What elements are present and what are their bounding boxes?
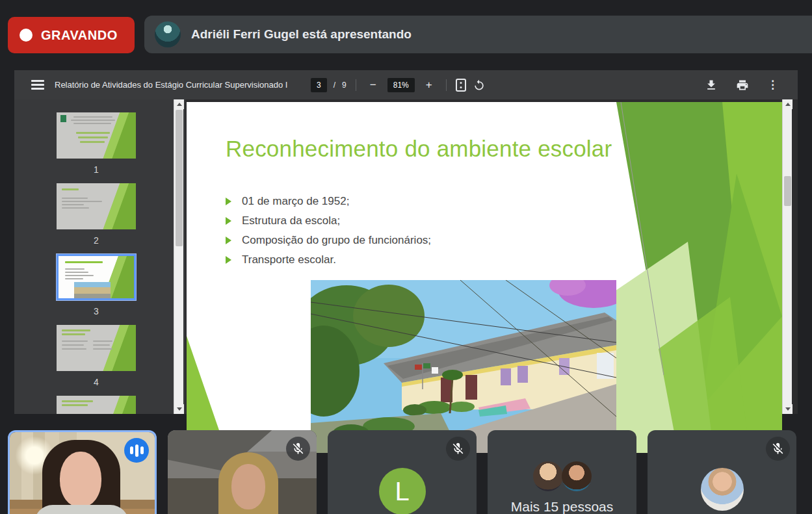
participant-tile-overflow[interactable]: Mais 15 pessoas — [488, 430, 636, 514]
bullet-arrow-icon — [226, 198, 231, 205]
slide-bullet-list: 01 de março de 1952; Estrutura da escola… — [226, 192, 431, 270]
thumbnail-page-4[interactable]: 4 — [57, 325, 136, 387]
toolbar-right-actions: ⋮ — [705, 78, 778, 92]
shared-screen-pdf-viewer: Relatório de Atividades do Estágio Curri… — [14, 70, 798, 414]
recording-badge: GRAVANDO — [8, 17, 135, 53]
bullet-item: 01 de março de 1952; — [226, 192, 431, 211]
thumbnail-page-number: 2 — [94, 235, 99, 246]
page-scrollbar[interactable] — [782, 99, 792, 414]
avatar — [533, 461, 563, 491]
scroll-up-icon[interactable] — [783, 99, 792, 109]
fit-to-page-icon[interactable] — [456, 79, 466, 92]
zoom-out-button[interactable]: − — [365, 77, 381, 93]
toolbar-divider — [356, 79, 356, 91]
avatar — [562, 461, 592, 491]
scroll-up-icon[interactable] — [174, 99, 184, 109]
bullet-arrow-icon — [226, 256, 231, 264]
speaking-indicator-icon — [124, 438, 149, 463]
bullet-arrow-icon — [226, 217, 231, 225]
scrollbar-thumb[interactable] — [176, 110, 183, 246]
presenter-avatar — [155, 21, 181, 47]
pdf-page-area: Reconhecimento do ambiente escolar 01 de… — [185, 99, 798, 414]
thumbnail-sidebar: 1 2 — [14, 99, 185, 414]
thumbnail-page-number: 1 — [94, 164, 99, 175]
bullet-text: Composição do grupo de funcionários; — [242, 234, 431, 247]
download-icon[interactable] — [705, 79, 718, 92]
total-pages: 9 — [342, 81, 347, 90]
presenting-banner: Adriéli Ferri Gugel está apresentando — [144, 16, 812, 53]
page-zoom-controls: 3 / 9 − 81% + — [311, 77, 486, 93]
toolbar-divider — [446, 79, 447, 91]
thumbnail-image — [57, 325, 136, 371]
bullet-text: Transporte escolar. — [242, 253, 336, 266]
mic-off-icon — [766, 437, 790, 461]
bullet-item: Estrutura da escola; — [226, 211, 431, 231]
print-icon[interactable] — [736, 79, 749, 92]
participant-tile[interactable] — [648, 430, 796, 514]
more-people-label: Mais 15 pessoas — [488, 499, 636, 514]
presenting-text: Adriéli Ferri Gugel está apresentando — [191, 27, 412, 42]
participant-tile[interactable] — [168, 430, 317, 514]
bullet-text: Estrutura da escola; — [242, 214, 340, 227]
thumbnail-image — [57, 183, 136, 229]
bullet-item: Transporte escolar. — [226, 250, 431, 270]
pdf-viewer-body: 1 2 — [14, 99, 798, 414]
rotate-icon[interactable] — [473, 79, 486, 92]
recording-label: GRAVANDO — [41, 28, 118, 43]
scrollbar-thumb[interactable] — [784, 176, 791, 206]
participant-tile[interactable]: L — [328, 430, 477, 514]
school-photo — [311, 280, 616, 453]
slide-title: Reconhecimento do ambiente escolar — [226, 136, 612, 162]
bullet-item: Composição do grupo de funcionários; — [226, 231, 431, 250]
thumbnail-page-number: 3 — [94, 306, 99, 316]
document-title: Relatório de Atividades do Estágio Curri… — [55, 80, 287, 90]
recording-dot-icon — [20, 29, 33, 42]
mic-off-icon — [446, 437, 470, 461]
more-options-icon[interactable]: ⋮ — [767, 78, 778, 92]
letter-avatar: L — [379, 468, 426, 514]
bullet-arrow-icon — [226, 237, 231, 244]
participant-strip: L Mais 15 pessoas — [0, 430, 812, 514]
thumbnail-page-2[interactable]: 2 — [57, 183, 136, 246]
current-page-input[interactable]: 3 — [311, 78, 327, 92]
overflow-avatars — [533, 461, 592, 491]
sidebar-scrollbar[interactable] — [174, 99, 183, 414]
thumbnail-page-1[interactable]: 1 — [57, 112, 136, 175]
scroll-down-icon[interactable] — [783, 404, 792, 414]
thumbnail-image — [57, 112, 136, 159]
pdf-toolbar: Relatório de Atividades do Estágio Curri… — [14, 70, 798, 99]
thumbnail-image — [57, 254, 136, 300]
thumbnail-page-number: 4 — [94, 377, 99, 387]
thumbnail-image — [57, 396, 136, 414]
slide-page: Reconhecimento do ambiente escolar 01 de… — [187, 102, 782, 453]
page-divider: / — [334, 81, 335, 90]
avatar — [701, 468, 744, 511]
participant-tile-speaking[interactable] — [8, 430, 157, 514]
menu-icon[interactable] — [31, 78, 44, 92]
meet-top-bar: GRAVANDO Adriéli Ferri Gugel está aprese… — [0, 0, 812, 62]
zoom-in-button[interactable]: + — [421, 77, 437, 93]
bullet-text: 01 de março de 1952; — [242, 195, 349, 208]
mic-off-icon — [286, 437, 310, 461]
scroll-down-icon[interactable] — [174, 404, 184, 414]
thumbnail-page-5[interactable] — [57, 396, 136, 414]
thumbnail-list: 1 2 — [54, 112, 138, 414]
thumbnail-page-3-selected[interactable]: 3 — [57, 254, 136, 316]
zoom-level[interactable]: 81% — [387, 78, 415, 92]
